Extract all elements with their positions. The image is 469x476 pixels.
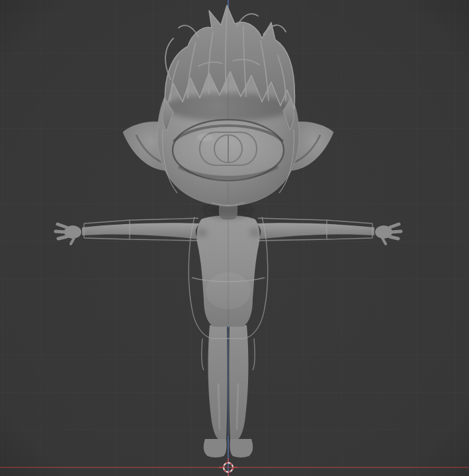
right-armpit-shadow	[249, 229, 260, 237]
left-shin-highlight	[218, 383, 220, 430]
right-foot	[230, 439, 253, 457]
large-eye[interactable]	[173, 120, 284, 180]
eye-highlight	[197, 134, 213, 141]
viewport-canvas[interactable]	[0, 0, 469, 476]
torso[interactable]	[196, 216, 260, 327]
viewport-3d[interactable]	[0, 0, 469, 476]
right-shin-highlight	[237, 383, 238, 430]
left-armpit-shadow	[196, 229, 207, 237]
left-foot	[204, 439, 227, 457]
